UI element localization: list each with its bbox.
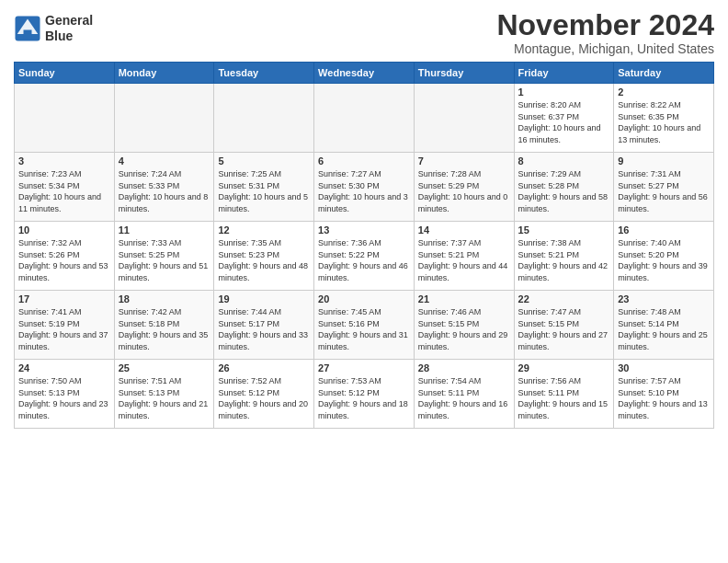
day-number: 3 bbox=[18, 155, 110, 167]
week-row-3: 10Sunrise: 7:32 AM Sunset: 5:26 PM Dayli… bbox=[15, 222, 714, 291]
logo-text: General Blue bbox=[45, 13, 93, 44]
calendar-cell: 17Sunrise: 7:41 AM Sunset: 5:19 PM Dayli… bbox=[15, 291, 115, 360]
calendar-cell: 9Sunrise: 7:31 AM Sunset: 5:27 PM Daylig… bbox=[614, 153, 714, 222]
day-info: Sunrise: 8:20 AM Sunset: 6:37 PM Dayligh… bbox=[518, 99, 610, 145]
week-row-4: 17Sunrise: 7:41 AM Sunset: 5:19 PM Dayli… bbox=[15, 291, 714, 360]
calendar-cell: 14Sunrise: 7:37 AM Sunset: 5:21 PM Dayli… bbox=[414, 222, 514, 291]
calendar-header: SundayMondayTuesdayWednesdayThursdayFrid… bbox=[15, 63, 714, 84]
day-number: 26 bbox=[218, 362, 310, 373]
day-number: 19 bbox=[218, 293, 310, 304]
week-row-1: 1Sunrise: 8:20 AM Sunset: 6:37 PM Daylig… bbox=[15, 84, 714, 153]
calendar-cell: 22Sunrise: 7:47 AM Sunset: 5:15 PM Dayli… bbox=[514, 291, 614, 360]
weekday-header-wednesday: Wednesday bbox=[314, 63, 415, 84]
weekday-header-row: SundayMondayTuesdayWednesdayThursdayFrid… bbox=[15, 63, 714, 84]
calendar-cell: 28Sunrise: 7:54 AM Sunset: 5:11 PM Dayli… bbox=[414, 360, 514, 429]
day-number: 9 bbox=[618, 155, 710, 167]
day-number: 12 bbox=[218, 224, 310, 236]
logo: General Blue bbox=[14, 13, 93, 44]
calendar-cell bbox=[214, 84, 314, 153]
day-number: 20 bbox=[318, 293, 410, 304]
calendar-cell: 15Sunrise: 7:38 AM Sunset: 5:21 PM Dayli… bbox=[514, 222, 614, 291]
day-info: Sunrise: 7:54 AM Sunset: 5:11 PM Dayligh… bbox=[418, 375, 510, 421]
day-number: 8 bbox=[518, 155, 610, 167]
day-number: 4 bbox=[119, 155, 210, 167]
calendar-cell: 30Sunrise: 7:57 AM Sunset: 5:10 PM Dayli… bbox=[614, 360, 714, 429]
day-info: Sunrise: 7:46 AM Sunset: 5:15 PM Dayligh… bbox=[418, 306, 510, 352]
logo-line1: General bbox=[45, 13, 93, 29]
calendar-cell: 20Sunrise: 7:45 AM Sunset: 5:16 PM Dayli… bbox=[314, 291, 415, 360]
day-number: 13 bbox=[318, 224, 410, 236]
day-number: 7 bbox=[418, 155, 510, 167]
calendar-cell: 11Sunrise: 7:33 AM Sunset: 5:25 PM Dayli… bbox=[114, 222, 214, 291]
day-number: 27 bbox=[318, 362, 410, 373]
day-info: Sunrise: 7:57 AM Sunset: 5:10 PM Dayligh… bbox=[618, 375, 710, 421]
day-info: Sunrise: 7:40 AM Sunset: 5:20 PM Dayligh… bbox=[618, 237, 710, 283]
calendar-container: General Blue November 2024 Montague, Mic… bbox=[0, 0, 728, 433]
day-number: 14 bbox=[418, 224, 510, 236]
calendar-cell: 18Sunrise: 7:42 AM Sunset: 5:18 PM Dayli… bbox=[114, 291, 214, 360]
day-info: Sunrise: 7:48 AM Sunset: 5:14 PM Dayligh… bbox=[618, 306, 710, 352]
calendar-cell bbox=[314, 84, 415, 153]
day-info: Sunrise: 7:47 AM Sunset: 5:15 PM Dayligh… bbox=[518, 306, 610, 352]
calendar-cell: 21Sunrise: 7:46 AM Sunset: 5:15 PM Dayli… bbox=[414, 291, 514, 360]
day-number: 21 bbox=[418, 293, 510, 304]
calendar-cell bbox=[15, 84, 115, 153]
day-info: Sunrise: 7:29 AM Sunset: 5:28 PM Dayligh… bbox=[518, 168, 610, 214]
day-info: Sunrise: 7:35 AM Sunset: 5:23 PM Dayligh… bbox=[218, 237, 310, 283]
day-info: Sunrise: 7:51 AM Sunset: 5:13 PM Dayligh… bbox=[119, 375, 210, 421]
day-number: 17 bbox=[18, 293, 110, 304]
day-number: 18 bbox=[119, 293, 210, 304]
calendar-cell: 12Sunrise: 7:35 AM Sunset: 5:23 PM Dayli… bbox=[214, 222, 314, 291]
day-info: Sunrise: 7:44 AM Sunset: 5:17 PM Dayligh… bbox=[218, 306, 310, 352]
day-number: 15 bbox=[518, 224, 610, 236]
day-number: 1 bbox=[518, 86, 610, 98]
day-info: Sunrise: 7:45 AM Sunset: 5:16 PM Dayligh… bbox=[318, 306, 410, 352]
calendar-cell: 13Sunrise: 7:36 AM Sunset: 5:22 PM Dayli… bbox=[314, 222, 415, 291]
logo-icon bbox=[14, 15, 41, 42]
logo-line2: Blue bbox=[45, 29, 93, 44]
calendar-cell: 16Sunrise: 7:40 AM Sunset: 5:20 PM Dayli… bbox=[614, 222, 714, 291]
day-number: 2 bbox=[618, 86, 710, 98]
weekday-header-thursday: Thursday bbox=[414, 63, 514, 84]
calendar-cell: 4Sunrise: 7:24 AM Sunset: 5:33 PM Daylig… bbox=[114, 153, 214, 222]
day-info: Sunrise: 7:23 AM Sunset: 5:34 PM Dayligh… bbox=[18, 168, 110, 214]
calendar-cell: 19Sunrise: 7:44 AM Sunset: 5:17 PM Dayli… bbox=[214, 291, 314, 360]
location: Montague, Michigan, United States bbox=[496, 41, 714, 56]
calendar-cell: 26Sunrise: 7:52 AM Sunset: 5:12 PM Dayli… bbox=[214, 360, 314, 429]
calendar-cell bbox=[414, 84, 514, 153]
day-info: Sunrise: 7:52 AM Sunset: 5:12 PM Dayligh… bbox=[218, 375, 310, 421]
calendar-cell: 10Sunrise: 7:32 AM Sunset: 5:26 PM Dayli… bbox=[15, 222, 115, 291]
title-block: November 2024 Montague, Michigan, United… bbox=[496, 9, 714, 56]
calendar-cell: 1Sunrise: 8:20 AM Sunset: 6:37 PM Daylig… bbox=[514, 84, 614, 153]
day-info: Sunrise: 7:53 AM Sunset: 5:12 PM Dayligh… bbox=[318, 375, 410, 421]
day-number: 30 bbox=[618, 362, 710, 373]
calendar-cell: 6Sunrise: 7:27 AM Sunset: 5:30 PM Daylig… bbox=[314, 153, 415, 222]
day-info: Sunrise: 7:31 AM Sunset: 5:27 PM Dayligh… bbox=[618, 168, 710, 214]
calendar-body: 1Sunrise: 8:20 AM Sunset: 6:37 PM Daylig… bbox=[15, 84, 714, 429]
week-row-2: 3Sunrise: 7:23 AM Sunset: 5:34 PM Daylig… bbox=[15, 153, 714, 222]
calendar-cell: 24Sunrise: 7:50 AM Sunset: 5:13 PM Dayli… bbox=[15, 360, 115, 429]
day-info: Sunrise: 7:42 AM Sunset: 5:18 PM Dayligh… bbox=[119, 306, 210, 352]
calendar-cell: 5Sunrise: 7:25 AM Sunset: 5:31 PM Daylig… bbox=[214, 153, 314, 222]
day-info: Sunrise: 7:50 AM Sunset: 5:13 PM Dayligh… bbox=[18, 375, 110, 421]
calendar-cell: 3Sunrise: 7:23 AM Sunset: 5:34 PM Daylig… bbox=[15, 153, 115, 222]
day-info: Sunrise: 7:38 AM Sunset: 5:21 PM Dayligh… bbox=[518, 237, 610, 283]
day-info: Sunrise: 7:41 AM Sunset: 5:19 PM Dayligh… bbox=[18, 306, 110, 352]
svg-rect-2 bbox=[24, 29, 32, 38]
week-row-5: 24Sunrise: 7:50 AM Sunset: 5:13 PM Dayli… bbox=[15, 360, 714, 429]
day-number: 23 bbox=[618, 293, 710, 304]
day-info: Sunrise: 7:24 AM Sunset: 5:33 PM Dayligh… bbox=[119, 168, 210, 214]
day-info: Sunrise: 7:37 AM Sunset: 5:21 PM Dayligh… bbox=[418, 237, 510, 283]
calendar-cell: 23Sunrise: 7:48 AM Sunset: 5:14 PM Dayli… bbox=[614, 291, 714, 360]
weekday-header-sunday: Sunday bbox=[15, 63, 115, 84]
day-number: 28 bbox=[418, 362, 510, 373]
day-info: Sunrise: 7:36 AM Sunset: 5:22 PM Dayligh… bbox=[318, 237, 410, 283]
day-info: Sunrise: 7:27 AM Sunset: 5:30 PM Dayligh… bbox=[318, 168, 410, 214]
weekday-header-friday: Friday bbox=[514, 63, 614, 84]
calendar-table: SundayMondayTuesdayWednesdayThursdayFrid… bbox=[14, 62, 714, 429]
header: General Blue November 2024 Montague, Mic… bbox=[14, 9, 714, 56]
day-number: 16 bbox=[618, 224, 710, 236]
day-info: Sunrise: 7:28 AM Sunset: 5:29 PM Dayligh… bbox=[418, 168, 510, 214]
day-info: Sunrise: 7:25 AM Sunset: 5:31 PM Dayligh… bbox=[218, 168, 310, 214]
day-number: 24 bbox=[18, 362, 110, 373]
